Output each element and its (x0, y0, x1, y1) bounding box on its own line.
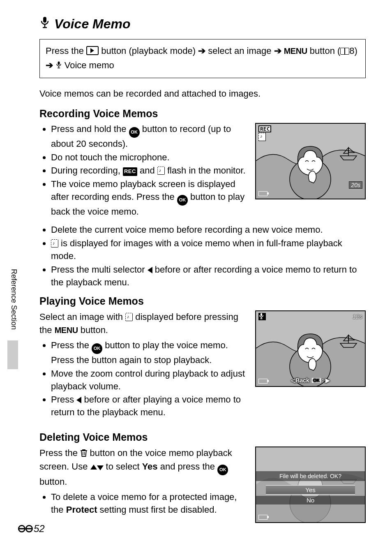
nav-text: Voice memo (65, 60, 114, 70)
delete-dialog-yes-option[interactable]: Yes (266, 485, 355, 495)
side-tab-highlight (7, 340, 18, 369)
page-title-row: Voice Memo (39, 16, 366, 32)
up-arrow-icon (90, 465, 97, 470)
deleting-intro: Press the button on the voice memo playb… (39, 447, 247, 488)
playback-timer: 12s (353, 313, 362, 320)
ok-button-icon: OK (92, 343, 102, 354)
svg-rect-0 (43, 17, 46, 23)
back-arrow-icon: ◁ (291, 377, 295, 384)
left-arrow-icon (148, 267, 152, 273)
recording-bullets: Press and hold the OK button to record (… (39, 123, 247, 218)
yes-emphasis: Yes (142, 461, 158, 472)
trash-icon (80, 449, 90, 458)
voice-memo-icon (125, 313, 133, 321)
mic-icon (39, 16, 50, 32)
ok-button-icon: OK (217, 465, 228, 475)
reference-section-icon: ⊖⊖ (17, 522, 32, 534)
recording-heading: Recording Voice Memos (39, 108, 366, 120)
recording-screen-illustration: REC 20s (255, 123, 366, 199)
voice-memo-icon (51, 239, 58, 248)
nav-text: button (playback mode) (101, 46, 196, 56)
navigation-path-box: Press the button (playback mode) ➔ selec… (39, 39, 366, 78)
playing-heading: Playing Voice Memos (39, 295, 366, 307)
battery-icon (258, 515, 267, 520)
mic-icon (258, 313, 266, 320)
page-title: Voice Memo (54, 16, 131, 32)
playing-screen-illustration: 12s ◁Back OK: ▶ (255, 310, 366, 387)
voice-memo-icon (157, 167, 165, 175)
recording-bullets-continued: Delete the current voice memo before rec… (39, 224, 366, 289)
manual-reference-icon (340, 48, 349, 55)
arrow-right-icon: ➔ (198, 46, 205, 56)
nav-text: Press the (46, 46, 84, 56)
back-label: Back (295, 377, 309, 384)
ok-hint-icon: OK (312, 378, 321, 383)
nav-text: button (310, 46, 335, 56)
play-hint-icon: ▶ (325, 377, 330, 384)
deleting-heading: Deleting Voice Memos (39, 431, 366, 443)
screen-hint-bar: ◁Back OK: ▶ (291, 377, 330, 384)
ok-button-icon: OK (177, 195, 188, 206)
svg-rect-14 (261, 313, 262, 316)
menu-button-glyph: MENU (284, 46, 307, 56)
battery-icon (258, 379, 267, 384)
rec-indicator-icon: REC (123, 167, 137, 176)
playing-bullets: Press the OK button to play the voice me… (39, 339, 247, 419)
left-arrow-icon (76, 397, 81, 403)
battery-icon (258, 191, 267, 196)
recording-timer: 20s (349, 181, 362, 189)
svg-rect-3 (58, 62, 60, 65)
mic-icon (55, 62, 65, 71)
menu-button-glyph: MENU (55, 326, 78, 335)
delete-dialog-no-option[interactable]: No (256, 496, 365, 504)
arrow-right-icon: ➔ (46, 60, 53, 70)
playing-intro: Select an image with displayed before pr… (39, 310, 247, 337)
protect-emphasis: Protect (66, 504, 97, 515)
arrow-right-icon: ➔ (274, 46, 281, 56)
nav-text: select an image (208, 46, 271, 56)
ok-button-icon: OK (129, 127, 140, 138)
page-number: ⊖⊖52 (17, 522, 45, 535)
intro-paragraph: Voice memos can be recorded and attached… (39, 87, 366, 100)
delete-dialog-screen-illustration: File will be deleted. OK? Yes No (255, 447, 366, 523)
side-tab-label: Reference Section (8, 262, 18, 336)
voice-memo-icon (258, 133, 266, 141)
nav-page-ref: 8 (349, 46, 354, 56)
rec-badge: REC (258, 125, 271, 132)
playback-button-icon (86, 46, 99, 55)
down-arrow-icon (97, 465, 104, 470)
delete-dialog-question: File will be deleted. OK? (256, 471, 365, 481)
deleting-bullets: To delete a voice memo for a protected i… (39, 491, 247, 516)
